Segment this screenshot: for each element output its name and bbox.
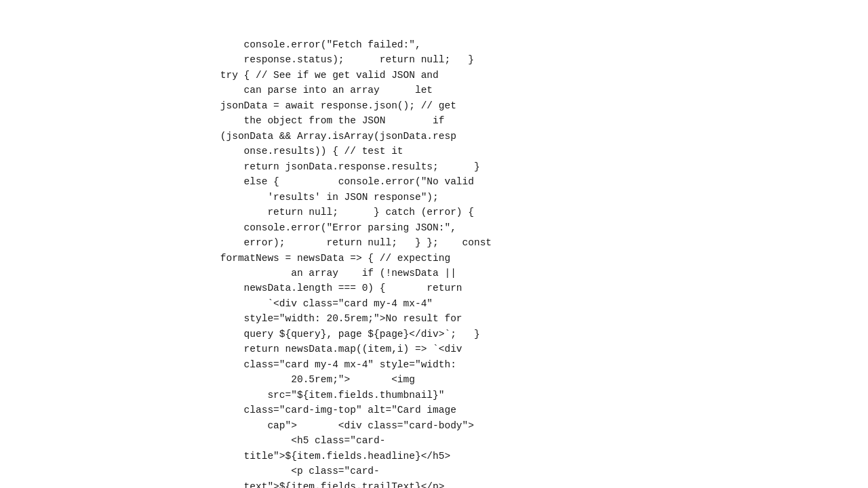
code-line: query ${query}, page ${page}</div>`; } <box>197 327 671 342</box>
code-line: src="${item.fields.thumbnail}" <box>197 388 671 403</box>
code-line: jsonData = await response.json(); // get <box>197 98 671 113</box>
code-line: <p class="card- <box>197 464 671 479</box>
code-line: (jsonData && Array.isArray(jsonData.resp <box>197 129 671 144</box>
code-line: console.error("Error parsing JSON:", <box>197 220 671 235</box>
code-line: formatNews = newsData => { // expecting <box>197 251 671 266</box>
code-line: <h5 class="card- <box>197 433 671 448</box>
code-line: style="width: 20.5rem;">No result for <box>197 311 671 326</box>
code-line: the object from the JSON if <box>197 113 671 128</box>
code-line: return newsData.map((item,i) => `<div <box>197 342 671 357</box>
code-line: 'results' in JSON response"); <box>197 190 671 205</box>
code-line: an array if (!newsData || <box>197 266 671 281</box>
code-line: 20.5rem;"> <img <box>197 372 671 387</box>
code-line: return null; } catch (error) { <box>197 205 671 220</box>
code-line: onse.results)) { // test it <box>197 144 671 159</box>
code-line: else { console.error("No valid <box>197 174 671 189</box>
code-line: title">${item.fields.headline}</h5> <box>197 449 671 464</box>
code-line: console.error("Fetch failed:", <box>197 37 671 52</box>
code-block: console.error("Fetch failed:", response.… <box>197 0 671 488</box>
code-line: try { // See if we get valid JSON and <box>197 68 671 83</box>
code-line: error); return null; } }; const <box>197 235 671 250</box>
code-line: return jsonData.response.results; } <box>197 159 671 174</box>
code-line: newsData.length === 0) { return <box>197 281 671 296</box>
code-container: console.error("Fetch failed:", response.… <box>0 0 868 488</box>
code-line: response.status); return null; } <box>197 52 671 67</box>
code-line: class="card-img-top" alt="Card image <box>197 403 671 418</box>
code-line: cap"> <div class="card-body"> <box>197 418 671 433</box>
code-line: text">${item.fields.trailText}</p> <box>197 479 671 488</box>
code-line: can parse into an array let <box>197 83 671 98</box>
code-line: `<div class="card my-4 mx-4" <box>197 296 671 311</box>
code-line: class="card my-4 mx-4" style="width: <box>197 357 671 372</box>
